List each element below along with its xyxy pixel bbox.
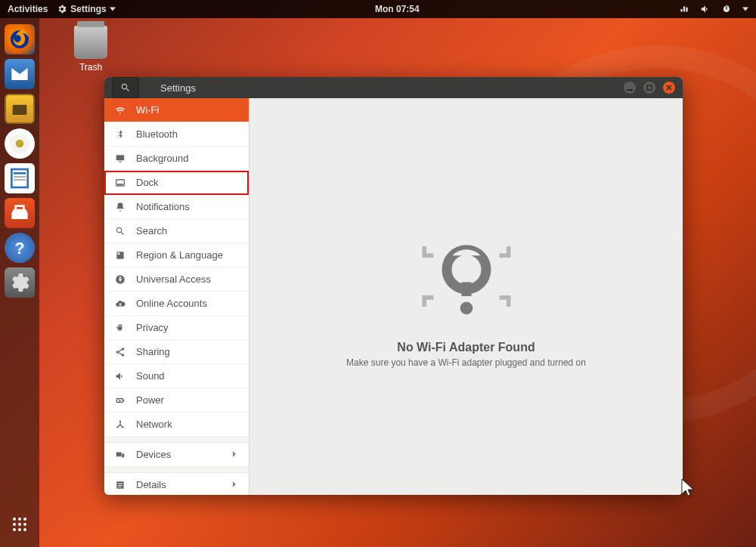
cloud-icon: [115, 298, 125, 309]
sidebar-item-background[interactable]: Background: [104, 147, 249, 171]
placeholder-icon: [417, 227, 516, 326]
svg-rect-1: [13, 105, 27, 115]
svg-rect-5: [14, 172, 26, 175]
sidebar-item-dock[interactable]: Dock: [104, 171, 249, 195]
dock-files[interactable]: [5, 94, 35, 124]
sidebar-item-region[interactable]: Region & Language: [104, 243, 249, 267]
settings-app-icon: [57, 4, 67, 14]
ubuntu-dock: ?: [0, 18, 39, 547]
bluetooth-icon: [115, 129, 125, 140]
share-icon: [115, 347, 125, 357]
sidebar-item-devices[interactable]: Devices: [104, 443, 249, 467]
svg-rect-4: [11, 169, 27, 187]
minimize-button[interactable]: [624, 82, 636, 94]
sidebar-item-privacy[interactable]: Privacy: [104, 316, 249, 340]
svg-rect-16: [118, 252, 120, 254]
svg-point-19: [122, 348, 125, 351]
settings-content-area: No Wi-Fi Adapter Found Make sure you hav…: [249, 98, 683, 495]
sidebar-item-label: Privacy: [136, 322, 169, 333]
svg-point-21: [122, 354, 125, 357]
settings-sidebar: Wi-FiBluetoothBackgroundDockNotification…: [104, 98, 249, 495]
dock-help[interactable]: ?: [5, 233, 35, 263]
svg-point-20: [116, 351, 119, 354]
svg-rect-7: [14, 179, 26, 180]
svg-rect-10: [647, 85, 652, 90]
maximize-button[interactable]: [643, 82, 655, 94]
bell-icon: [115, 202, 125, 212]
sidebar-item-notifications[interactable]: Notifications: [104, 195, 249, 219]
clock[interactable]: Mon 07:54: [116, 4, 679, 14]
sidebar-item-label: Notifications: [136, 201, 190, 212]
sidebar-item-sound[interactable]: Sound: [104, 364, 249, 388]
app-menu-label: Settings: [70, 4, 106, 14]
sidebar-item-details[interactable]: Details: [104, 473, 249, 495]
window-title: Settings: [139, 82, 624, 94]
sidebar-item-label: Universal Access: [136, 274, 211, 285]
dock-settings[interactable]: [5, 267, 35, 298]
show-applications[interactable]: [5, 509, 35, 539]
dock-firefox[interactable]: [5, 24, 35, 54]
details-icon: [115, 480, 125, 490]
hand-icon: [115, 323, 125, 333]
svg-rect-28: [122, 453, 124, 457]
svg-point-18: [119, 276, 121, 277]
accessibility-icon: [115, 274, 125, 285]
network-icon: [679, 4, 689, 14]
globe-icon: [115, 250, 125, 261]
sidebar-item-label: Power: [136, 394, 164, 406]
desktop-icon: [115, 153, 125, 164]
svg-rect-6: [14, 176, 26, 177]
sidebar-item-sharing[interactable]: Sharing: [104, 340, 249, 364]
sidebar-item-access[interactable]: Universal Access: [104, 267, 249, 292]
sidebar-item-label: Search: [136, 225, 167, 236]
sidebar-item-power[interactable]: Power: [104, 388, 249, 413]
sidebar-item-wifi[interactable]: Wi-Fi: [104, 98, 249, 122]
window-titlebar[interactable]: Settings: [104, 77, 683, 98]
sidebar-item-label: Sound: [136, 370, 165, 382]
sidebar-item-label: Bluetooth: [136, 128, 178, 140]
dropdown-icon: [742, 7, 748, 11]
close-button[interactable]: [663, 82, 675, 94]
mouse-cursor: [680, 477, 696, 502]
network-icon: [115, 419, 125, 430]
sidebar-item-bluetooth[interactable]: Bluetooth: [104, 122, 249, 147]
trash-label: Trash: [64, 62, 117, 73]
svg-rect-12: [119, 161, 122, 162]
dock-software[interactable]: [5, 198, 35, 228]
devices-icon: [115, 450, 125, 460]
sidebar-item-online[interactable]: Online Accounts: [104, 292, 249, 316]
volume-icon: [700, 4, 711, 14]
svg-rect-14: [117, 184, 123, 185]
svg-point-24: [119, 420, 121, 422]
sidebar-item-label: Sharing: [136, 346, 170, 357]
sidebar-item-search[interactable]: Search: [104, 219, 249, 243]
power-icon: [721, 4, 732, 14]
dock-icon: [115, 178, 125, 188]
svg-rect-34: [461, 282, 471, 296]
dock-writer[interactable]: [5, 163, 35, 193]
app-menu[interactable]: Settings: [57, 4, 115, 14]
svg-rect-27: [116, 452, 122, 456]
sidebar-item-label: Background: [136, 153, 188, 164]
sidebar-item-label: Wi-Fi: [136, 104, 159, 116]
content-subtitle: Make sure you have a Wi-Fi adapter plugg…: [346, 357, 586, 368]
wifi-icon: [115, 105, 125, 116]
battery-icon: [115, 395, 125, 406]
sidebar-item-label: Online Accounts: [136, 298, 207, 309]
sidebar-item-label: Dock: [136, 177, 159, 188]
trash-icon: [74, 26, 107, 59]
sidebar-item-label: Details: [136, 479, 166, 490]
search-button[interactable]: [112, 77, 139, 98]
dock-rhythmbox[interactable]: [5, 128, 35, 159]
settings-window: Settings Wi-FiBluetoothBackgroundDockNot…: [104, 77, 683, 495]
search-icon: [115, 226, 125, 236]
system-tray[interactable]: [679, 4, 748, 14]
desktop-trash[interactable]: Trash: [64, 26, 117, 73]
sidebar-item-network[interactable]: Network: [104, 413, 249, 437]
svg-text:?: ?: [14, 240, 24, 258]
sidebar-separator: [104, 437, 249, 443]
svg-point-35: [460, 301, 472, 314]
activities-button[interactable]: Activities: [8, 4, 48, 14]
content-title: No Wi-Fi Adapter Found: [397, 341, 534, 354]
dock-thunderbird[interactable]: [5, 59, 35, 89]
